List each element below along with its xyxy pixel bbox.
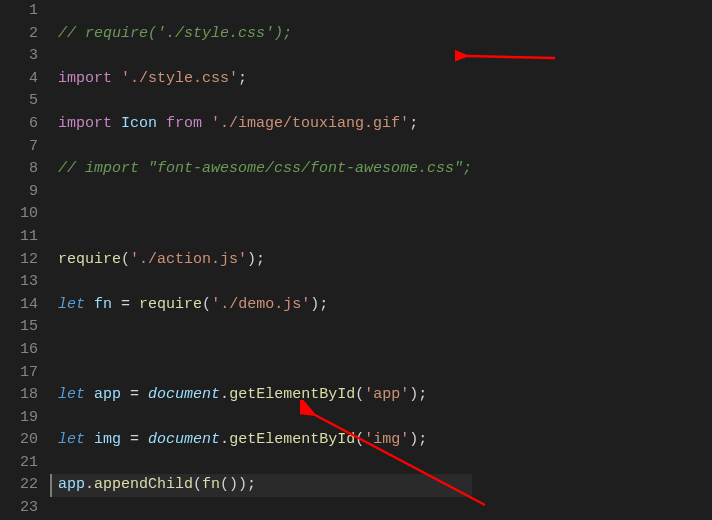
line-number: 17: [14, 362, 38, 385]
line-number: 21: [14, 452, 38, 475]
line-number: 2: [14, 23, 38, 46]
line-number: 7: [14, 136, 38, 159]
line-number: 22: [14, 474, 38, 497]
line-number: 15: [14, 316, 38, 339]
line-number: 8: [14, 158, 38, 181]
line-number-gutter: 1 2 3 4 5 6 7 8 9 10 11 12 13 14 15 16 1…: [0, 0, 52, 520]
line-number: 11: [14, 226, 38, 249]
code-line: // import "font-awesome/css/font-awesome…: [58, 158, 472, 181]
code-line: import Icon from './image/touxiang.gif';: [58, 113, 472, 136]
code-line: [58, 203, 472, 226]
code-line: import './style.css';: [58, 68, 472, 91]
line-number: 16: [14, 339, 38, 362]
code-editor[interactable]: 1 2 3 4 5 6 7 8 9 10 11 12 13 14 15 16 1…: [0, 0, 712, 520]
line-number: 6: [14, 113, 38, 136]
line-number: 5: [14, 90, 38, 113]
line-number: 14: [14, 294, 38, 317]
line-number: 3: [14, 45, 38, 68]
line-number: 4: [14, 68, 38, 91]
line-number: 13: [14, 271, 38, 294]
line-number: 20: [14, 429, 38, 452]
line-number: 19: [14, 407, 38, 430]
code-line: let img = document.getElementById('img')…: [58, 429, 472, 452]
code-line: let app = document.getElementById('app')…: [58, 384, 472, 407]
code-line: let fn = require('./demo.js');: [58, 294, 472, 317]
line-number: 1: [14, 0, 38, 23]
line-number: 9: [14, 181, 38, 204]
line-number: 23: [14, 497, 38, 520]
code-line: require('./action.js');: [58, 249, 472, 272]
line-number: 18: [14, 384, 38, 407]
code-line-current: app.appendChild(fn());: [50, 474, 472, 497]
code-area[interactable]: // require('./style.css'); import './sty…: [52, 0, 472, 520]
code-line: [58, 339, 472, 362]
code-line: // require('./style.css');: [58, 23, 472, 46]
line-number: 12: [14, 249, 38, 272]
line-number: 10: [14, 203, 38, 226]
